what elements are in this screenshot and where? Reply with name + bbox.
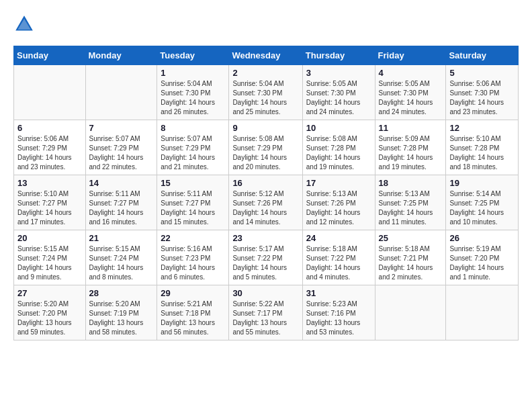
day-info: Sunrise: 5:10 AM Sunset: 7:27 PM Dayligh… (17, 189, 82, 227)
calendar-cell: 10Sunrise: 5:08 AM Sunset: 7:28 PM Dayli… (302, 120, 375, 175)
calendar-cell: 14Sunrise: 5:11 AM Sunset: 7:27 PM Dayli… (85, 175, 157, 230)
day-info: Sunrise: 5:22 AM Sunset: 7:17 PM Dayligh… (232, 300, 298, 337)
calendar-cell: 6Sunrise: 5:06 AM Sunset: 7:29 PM Daylig… (14, 120, 86, 175)
day-number: 15 (161, 178, 225, 188)
day-number: 17 (306, 178, 371, 188)
calendar-cell: 20Sunrise: 5:15 AM Sunset: 7:24 PM Dayli… (14, 230, 86, 285)
day-number: 27 (17, 288, 82, 298)
weekday-header: Wednesday (229, 46, 302, 65)
calendar-cell: 5Sunrise: 5:06 AM Sunset: 7:30 PM Daylig… (446, 65, 519, 120)
day-info: Sunrise: 5:17 AM Sunset: 7:22 PM Dayligh… (232, 244, 298, 282)
calendar-cell: 24Sunrise: 5:18 AM Sunset: 7:22 PM Dayli… (302, 230, 375, 285)
page-header (13, 13, 519, 35)
calendar-cell: 26Sunrise: 5:19 AM Sunset: 7:20 PM Dayli… (446, 230, 519, 285)
calendar-cell: 27Sunrise: 5:20 AM Sunset: 7:20 PM Dayli… (14, 285, 86, 340)
day-number: 23 (232, 233, 298, 243)
calendar-cell: 22Sunrise: 5:16 AM Sunset: 7:23 PM Dayli… (157, 230, 229, 285)
logo-icon (13, 13, 35, 35)
day-number: 1 (161, 68, 225, 78)
day-info: Sunrise: 5:16 AM Sunset: 7:23 PM Dayligh… (161, 244, 225, 282)
calendar-cell: 25Sunrise: 5:18 AM Sunset: 7:21 PM Dayli… (375, 230, 446, 285)
weekday-header: Monday (85, 46, 157, 65)
week-row: 13Sunrise: 5:10 AM Sunset: 7:27 PM Dayli… (14, 175, 519, 230)
calendar-cell: 23Sunrise: 5:17 AM Sunset: 7:22 PM Dayli… (229, 230, 302, 285)
day-info: Sunrise: 5:23 AM Sunset: 7:16 PM Dayligh… (306, 300, 371, 337)
calendar-cell: 7Sunrise: 5:07 AM Sunset: 7:29 PM Daylig… (85, 120, 157, 175)
day-info: Sunrise: 5:13 AM Sunset: 7:26 PM Dayligh… (306, 189, 371, 227)
day-number: 4 (379, 68, 443, 78)
day-number: 11 (379, 123, 443, 133)
calendar-cell: 18Sunrise: 5:13 AM Sunset: 7:25 PM Dayli… (375, 175, 446, 230)
day-number: 12 (449, 123, 515, 133)
day-number: 9 (232, 123, 298, 133)
calendar-cell: 19Sunrise: 5:14 AM Sunset: 7:25 PM Dayli… (446, 175, 519, 230)
day-number: 14 (89, 178, 154, 188)
day-number: 21 (89, 233, 154, 243)
day-info: Sunrise: 5:20 AM Sunset: 7:19 PM Dayligh… (89, 300, 154, 337)
calendar-cell: 13Sunrise: 5:10 AM Sunset: 7:27 PM Dayli… (14, 175, 86, 230)
logo (13, 13, 38, 35)
day-number: 5 (449, 68, 515, 78)
day-info: Sunrise: 5:15 AM Sunset: 7:24 PM Dayligh… (89, 244, 154, 282)
week-row: 27Sunrise: 5:20 AM Sunset: 7:20 PM Dayli… (14, 285, 519, 340)
calendar-cell: 4Sunrise: 5:05 AM Sunset: 7:30 PM Daylig… (375, 65, 446, 120)
day-info: Sunrise: 5:20 AM Sunset: 7:20 PM Dayligh… (17, 300, 82, 337)
day-number: 29 (161, 288, 225, 298)
day-number: 16 (232, 178, 298, 188)
calendar-cell: 9Sunrise: 5:08 AM Sunset: 7:29 PM Daylig… (229, 120, 302, 175)
day-number: 2 (232, 68, 298, 78)
day-info: Sunrise: 5:21 AM Sunset: 7:18 PM Dayligh… (161, 300, 225, 337)
day-number: 18 (379, 178, 443, 188)
weekday-row: SundayMondayTuesdayWednesdayThursdayFrid… (14, 46, 519, 65)
day-number: 7 (89, 123, 154, 133)
calendar-cell: 15Sunrise: 5:11 AM Sunset: 7:27 PM Dayli… (157, 175, 229, 230)
calendar-cell: 31Sunrise: 5:23 AM Sunset: 7:16 PM Dayli… (302, 285, 375, 340)
calendar-body: 1Sunrise: 5:04 AM Sunset: 7:30 PM Daylig… (14, 65, 519, 340)
day-info: Sunrise: 5:14 AM Sunset: 7:25 PM Dayligh… (449, 189, 515, 227)
day-info: Sunrise: 5:09 AM Sunset: 7:28 PM Dayligh… (379, 134, 443, 172)
day-number: 24 (306, 233, 371, 243)
day-number: 26 (449, 233, 515, 243)
day-number: 6 (17, 123, 82, 133)
calendar-cell: 11Sunrise: 5:09 AM Sunset: 7:28 PM Dayli… (375, 120, 446, 175)
day-info: Sunrise: 5:04 AM Sunset: 7:30 PM Dayligh… (232, 79, 298, 117)
day-info: Sunrise: 5:07 AM Sunset: 7:29 PM Dayligh… (89, 134, 154, 172)
calendar-cell (85, 65, 157, 120)
weekday-header: Thursday (302, 46, 375, 65)
day-info: Sunrise: 5:15 AM Sunset: 7:24 PM Dayligh… (17, 244, 82, 282)
calendar-cell: 3Sunrise: 5:05 AM Sunset: 7:30 PM Daylig… (302, 65, 375, 120)
day-info: Sunrise: 5:12 AM Sunset: 7:26 PM Dayligh… (232, 189, 298, 227)
day-number: 30 (232, 288, 298, 298)
calendar-cell: 2Sunrise: 5:04 AM Sunset: 7:30 PM Daylig… (229, 65, 302, 120)
day-info: Sunrise: 5:08 AM Sunset: 7:28 PM Dayligh… (306, 134, 371, 172)
day-info: Sunrise: 5:18 AM Sunset: 7:22 PM Dayligh… (306, 244, 371, 282)
weekday-header: Sunday (14, 46, 86, 65)
week-row: 1Sunrise: 5:04 AM Sunset: 7:30 PM Daylig… (14, 65, 519, 120)
day-info: Sunrise: 5:07 AM Sunset: 7:29 PM Dayligh… (161, 134, 225, 172)
calendar-cell: 16Sunrise: 5:12 AM Sunset: 7:26 PM Dayli… (229, 175, 302, 230)
day-info: Sunrise: 5:10 AM Sunset: 7:28 PM Dayligh… (449, 134, 515, 172)
calendar-cell: 30Sunrise: 5:22 AM Sunset: 7:17 PM Dayli… (229, 285, 302, 340)
calendar-cell: 8Sunrise: 5:07 AM Sunset: 7:29 PM Daylig… (157, 120, 229, 175)
day-info: Sunrise: 5:05 AM Sunset: 7:30 PM Dayligh… (379, 79, 443, 117)
calendar-table: SundayMondayTuesdayWednesdayThursdayFrid… (13, 46, 519, 340)
calendar-cell (14, 65, 86, 120)
day-info: Sunrise: 5:06 AM Sunset: 7:30 PM Dayligh… (449, 79, 515, 117)
day-info: Sunrise: 5:11 AM Sunset: 7:27 PM Dayligh… (89, 189, 154, 227)
calendar-cell: 12Sunrise: 5:10 AM Sunset: 7:28 PM Dayli… (446, 120, 519, 175)
day-number: 13 (17, 178, 82, 188)
calendar-header: SundayMondayTuesdayWednesdayThursdayFrid… (14, 46, 519, 65)
day-info: Sunrise: 5:06 AM Sunset: 7:29 PM Dayligh… (17, 134, 82, 172)
day-number: 10 (306, 123, 371, 133)
day-number: 25 (379, 233, 443, 243)
day-number: 19 (449, 178, 515, 188)
week-row: 6Sunrise: 5:06 AM Sunset: 7:29 PM Daylig… (14, 120, 519, 175)
day-number: 22 (161, 233, 225, 243)
day-number: 8 (161, 123, 225, 133)
calendar-cell: 29Sunrise: 5:21 AM Sunset: 7:18 PM Dayli… (157, 285, 229, 340)
day-number: 3 (306, 68, 371, 78)
day-number: 31 (306, 288, 371, 298)
day-number: 20 (17, 233, 82, 243)
week-row: 20Sunrise: 5:15 AM Sunset: 7:24 PM Dayli… (14, 230, 519, 285)
day-info: Sunrise: 5:11 AM Sunset: 7:27 PM Dayligh… (161, 189, 225, 227)
